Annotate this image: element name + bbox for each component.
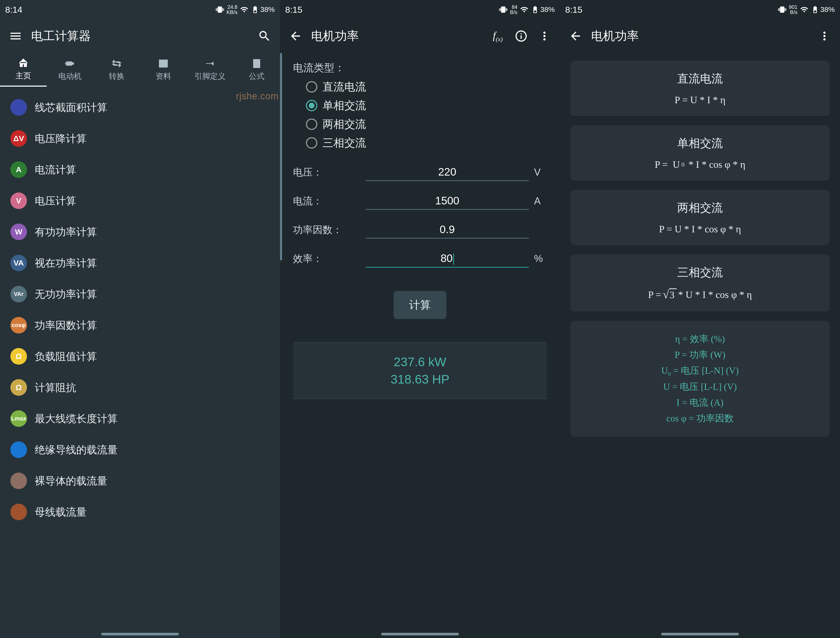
current-input[interactable]: 1500: [366, 192, 529, 210]
info-icon: [515, 29, 528, 43]
calculate-button[interactable]: 计算: [393, 291, 447, 319]
more-button[interactable]: [817, 28, 832, 44]
list-item[interactable]: A电流计算: [0, 154, 280, 185]
screen-formulas: 8:15 901 B/s 38% 电机功率 直流电流 P = U * I * η: [560, 0, 840, 638]
voltage-input[interactable]: 220: [366, 164, 529, 181]
svg-rect-2: [254, 59, 260, 68]
info-button[interactable]: [513, 28, 529, 44]
formula: P = √3 * U * I * cos φ * η: [578, 288, 822, 301]
app-bar: 电工计算器: [0, 19, 280, 53]
tab-convert[interactable]: 转换: [93, 53, 140, 87]
list-item-label: 绝缘导线的载流量: [35, 443, 118, 457]
back-arrow-icon: [289, 29, 302, 43]
list-item-icon: VAr: [10, 286, 27, 302]
list-item[interactable]: W有功功率计算: [0, 216, 280, 247]
formula-card-three: 三相交流 P = √3 * U * I * cos φ * η: [570, 255, 830, 312]
efficiency-input[interactable]: 80: [366, 250, 529, 268]
wifi-icon: [520, 5, 528, 14]
list-item-icon: cosφ: [10, 317, 27, 334]
menu-button[interactable]: [8, 28, 23, 44]
current-type-label: 电流类型：: [293, 61, 547, 75]
pf-field: 功率因数： 0.9: [293, 221, 547, 239]
nav-bar: [280, 630, 560, 638]
app-bar: 电机功率 f(x): [280, 19, 560, 53]
pinout-icon: [205, 58, 215, 69]
radio-single-phase[interactable]: 单相交流: [306, 96, 547, 115]
list-item[interactable]: 绝缘导线的载流量: [0, 434, 280, 465]
list-item-label: 无功功率计算: [35, 287, 97, 301]
status-time: 8:15: [565, 5, 582, 15]
list-item[interactable]: Lmax最大线缆长度计算: [0, 403, 280, 434]
list-item[interactable]: 裸导体的载流量: [0, 465, 280, 496]
list-item-icon: V: [10, 192, 27, 209]
list-item-label: 电压降计算: [35, 131, 87, 146]
calculator-list: 线芯截面积计算ΔV电压降计算A电流计算V电压计算W有功功率计算VA视在功率计算V…: [0, 87, 280, 630]
list-item-icon: W: [10, 223, 27, 240]
list-item[interactable]: 母线载流量: [0, 496, 280, 527]
list-item[interactable]: Ω计算阻抗: [0, 372, 280, 403]
hamburger-icon: [9, 29, 22, 43]
fx-button[interactable]: f(x): [490, 28, 505, 44]
status-bar: 8:14 24.8 KB/s 38%: [0, 0, 280, 19]
formula-card-dc: 直流电流 P = U * I * η: [570, 61, 830, 116]
list-item-icon: [10, 503, 27, 520]
tabs: 主页 电动机 转换 资料 引脚定义 公式: [0, 53, 280, 87]
formula: P = U0 * I * cos φ * η: [578, 159, 822, 170]
status-time: 8:14: [5, 5, 22, 15]
list-item-label: 最大线缆长度计算: [35, 412, 118, 426]
radio-icon: [306, 119, 317, 130]
list-item[interactable]: VA视在功率计算: [0, 247, 280, 279]
radio-two-phase[interactable]: 两相交流: [306, 115, 547, 133]
battery-icon: [251, 5, 259, 14]
form-body: 电流类型： 直流电流 单相交流 两相交流 三相交流 电压： 220 V: [280, 53, 560, 630]
fx-icon: f(x): [493, 29, 503, 43]
list-item-label: 计算阻抗: [35, 380, 76, 395]
radio-icon: [306, 100, 317, 111]
list-item[interactable]: ΔV电压降计算: [0, 123, 280, 154]
list-item[interactable]: VAr无功功率计算: [0, 279, 280, 310]
list-item-label: 裸导体的载流量: [35, 474, 107, 488]
list-item[interactable]: cosφ功率因数计算: [0, 310, 280, 341]
current-type-radios: 直流电流 单相交流 两相交流 三相交流: [306, 78, 547, 152]
list-item-label: 线芯截面积计算: [35, 100, 107, 115]
nav-bar: [0, 630, 280, 638]
home-icon: [18, 58, 29, 68]
page-title: 电机功率: [591, 28, 809, 44]
tab-home[interactable]: 主页: [0, 53, 47, 87]
result-hp: 318.63 HP: [303, 370, 537, 388]
back-button[interactable]: [288, 28, 303, 44]
formula: P = U * I * η: [578, 94, 822, 106]
page-title: 电机功率: [311, 28, 482, 44]
more-vert-icon: [538, 29, 551, 43]
more-button[interactable]: [537, 28, 552, 44]
vibrate-icon: [499, 5, 507, 14]
list-item-icon: A: [10, 161, 27, 178]
list-item[interactable]: V电压计算: [0, 185, 280, 216]
tab-motor[interactable]: 电动机: [47, 53, 93, 87]
vibrate-icon: [778, 5, 786, 14]
formula-icon: [251, 58, 262, 69]
search-icon: [258, 29, 271, 43]
status-time: 8:15: [285, 5, 302, 15]
tab-formula[interactable]: 公式: [233, 53, 280, 87]
battery-icon: [531, 5, 539, 14]
list-item-icon: Ω: [10, 348, 27, 365]
list-item[interactable]: Ω负载阻值计算: [0, 341, 280, 372]
search-button[interactable]: [257, 28, 272, 44]
pf-input[interactable]: 0.9: [366, 221, 529, 239]
tab-data[interactable]: 资料: [140, 53, 187, 87]
back-button[interactable]: [568, 28, 583, 44]
list-item[interactable]: 线芯截面积计算: [0, 92, 280, 123]
battery-icon: [811, 5, 819, 14]
radio-three-phase[interactable]: 三相交流: [306, 133, 547, 152]
scroll-indicator: [280, 53, 282, 260]
tab-pinout[interactable]: 引脚定义: [187, 53, 233, 87]
formula-card-single: 单相交流 P = U0 * I * cos φ * η: [570, 125, 830, 180]
vibrate-icon: [216, 5, 224, 14]
svg-rect-1: [159, 60, 167, 67]
list-item-label: 有功功率计算: [35, 225, 97, 239]
formula-body: 直流电流 P = U * I * η 单相交流 P = U0 * I * cos…: [560, 53, 840, 630]
list-item-icon: [10, 473, 27, 489]
radio-dc[interactable]: 直流电流: [306, 78, 547, 96]
wifi-icon: [240, 5, 248, 14]
